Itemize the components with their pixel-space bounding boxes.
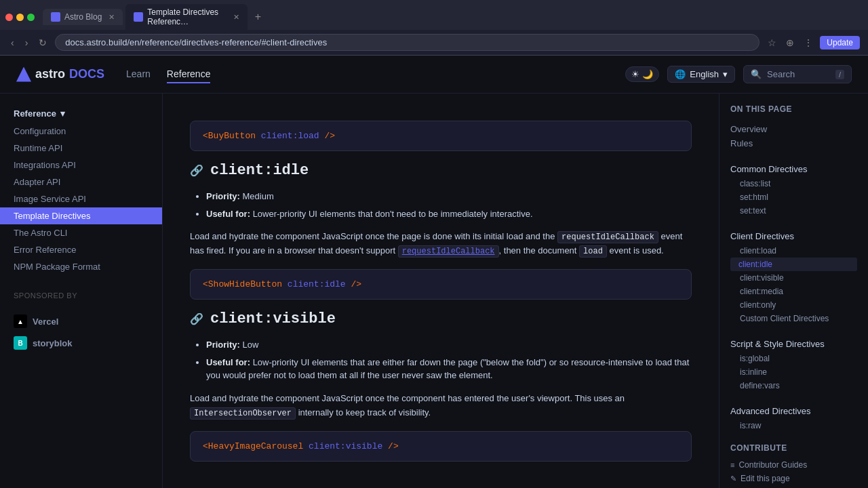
storyblok-icon: B	[14, 336, 27, 350]
contribute-section: Contribute ≡ Contributor Guides ✎ Edit t…	[730, 443, 857, 488]
logo-icon	[16, 67, 31, 82]
contribute-title: Contribute	[730, 443, 857, 453]
toc-is-global[interactable]: is:global	[730, 352, 857, 365]
toc-client-load[interactable]: client:load	[730, 244, 857, 258]
sidebar-item-template-directives[interactable]: Template Directives	[0, 207, 162, 224]
sidebar-section-header[interactable]: Reference ▾	[0, 104, 162, 123]
toc-set-text[interactable]: set:text	[730, 204, 857, 218]
sidebar-item-error-reference[interactable]: Error Reference	[0, 241, 162, 258]
toc-section-client: Client Directives client:load client:idl…	[730, 228, 857, 325]
toc-client-only[interactable]: client:only	[730, 298, 857, 312]
menu-icon[interactable]: ⋮	[801, 36, 816, 49]
translate-page-link[interactable]: ✎ Translate this page	[730, 485, 857, 488]
toc-class-list[interactable]: class:list	[730, 177, 857, 190]
back-button[interactable]: ‹	[8, 36, 17, 49]
list-icon: ≡	[730, 461, 734, 469]
toc-advanced-title[interactable]: Advanced Directives	[730, 403, 857, 419]
tab-close-active-icon[interactable]: ✕	[233, 13, 239, 22]
toc-common-directives-title[interactable]: Common Directives	[730, 161, 857, 177]
traffic-lights	[5, 14, 35, 21]
address-bar: ‹ › ↻ docs.astro.build/en/reference/dire…	[0, 30, 868, 55]
section-client-idle: 🔗 client:idle	[190, 162, 692, 179]
sidebar-item-image-service-api[interactable]: Image Service API	[0, 190, 162, 207]
sidebar-item-integrations-api[interactable]: Integrations API	[0, 157, 162, 174]
toc-item-rules[interactable]: Rules	[730, 136, 857, 150]
sponsored-by-label: SPONSORED BY	[0, 281, 162, 310]
nav-learn[interactable]: Learn	[126, 66, 151, 83]
toc-script-style-title[interactable]: Script & Style Directives	[730, 336, 857, 352]
edit-page-link[interactable]: ✎ Edit this page	[730, 472, 857, 485]
tab-label-active: Template Directives Referenc…	[147, 7, 226, 26]
heading-client-idle: client:idle	[210, 162, 309, 179]
edit-page-label: Edit this page	[741, 474, 790, 483]
tab-favicon-active	[134, 12, 143, 22]
new-tab-button[interactable]: +	[250, 9, 265, 24]
toc-client-idle[interactable]: client:idle	[730, 258, 857, 271]
tab-bar: Astro Blog ✕ Template Directives Referen…	[0, 0, 868, 30]
code-block-heavy-carousel: <HeavyImageCarousel client:visible />	[190, 431, 692, 462]
nav-reference[interactable]: Reference	[167, 66, 211, 83]
sidebar-item-runtime-api[interactable]: Runtime API	[0, 140, 162, 157]
sponsor-storyblok[interactable]: B storyblok	[0, 332, 162, 354]
toc-client-media[interactable]: client:media	[730, 285, 857, 298]
inline-code-intersection-observer: IntersectionObserver	[190, 407, 296, 420]
text-client-visible: Load and hydrate the component JavaScrip…	[190, 392, 692, 420]
url-bar[interactable]: docs.astro.build/en/reference/directives…	[55, 34, 760, 51]
list-item-priority-visible: Priority: Low	[206, 338, 692, 352]
inline-code-request-idle: requestIdleCallback	[557, 231, 658, 243]
left-sidebar: Reference ▾ Configuration Runtime API In…	[0, 94, 163, 488]
page-wrapper: astro DOCS Learn Reference ☀ 🌙 🌐 English…	[0, 56, 868, 488]
toc-item-overview[interactable]: Overview	[730, 122, 857, 136]
url-text: docs.astro.build/en/reference/directives…	[65, 37, 327, 47]
update-button[interactable]: Update	[820, 36, 860, 49]
header-right: ☀ 🌙 🌐 English ▾ 🔍 Search /	[625, 65, 852, 83]
inline-code-link-request-idle[interactable]: requestIdleCallback	[398, 245, 499, 258]
right-sidebar: On this page Overview Rules Common Direc…	[719, 94, 868, 488]
toc-define-vars[interactable]: define:vars	[730, 379, 857, 392]
bookmark-icon[interactable]: ☆	[765, 36, 779, 49]
tab-close-icon[interactable]: ✕	[108, 13, 115, 22]
toc-is-inline[interactable]: is:inline	[730, 365, 857, 379]
logo-astro: astro	[35, 67, 65, 81]
sidebar-item-astro-cli[interactable]: The Astro CLI	[0, 224, 162, 241]
extension-icon[interactable]: ⊕	[783, 36, 797, 49]
tab-favicon	[51, 12, 60, 22]
sidebar-item-adapter-api[interactable]: Adapter API	[0, 174, 162, 190]
anchor-icon-visible[interactable]: 🔗	[190, 312, 203, 325]
logo[interactable]: astro DOCS	[16, 67, 104, 82]
section-client-visible: 🔗 client:visible	[190, 310, 692, 327]
close-traffic-light[interactable]	[5, 14, 13, 21]
code-block-buy-button: <BuyButton client:load />	[190, 121, 692, 151]
toc-set-html[interactable]: set:html	[730, 190, 857, 204]
minimize-traffic-light[interactable]	[16, 14, 24, 21]
toc-custom-client-directives[interactable]: Custom Client Directives	[730, 312, 857, 325]
sidebar-item-npm-package-format[interactable]: NPM Package Format	[0, 258, 162, 275]
tab-template-directives[interactable]: Template Directives Referenc… ✕	[125, 4, 248, 30]
bullet-list-visible: Priority: Low Useful for: Low-priority U…	[190, 338, 692, 382]
vercel-icon: ▲	[14, 314, 27, 328]
sidebar-item-configuration[interactable]: Configuration	[0, 123, 162, 140]
browser-actions: ☆ ⊕ ⋮ Update	[765, 36, 860, 49]
search-shortcut: /	[835, 70, 844, 79]
anchor-icon-idle[interactable]: 🔗	[190, 164, 203, 177]
sponsor-storyblok-label: storyblok	[33, 338, 73, 348]
heading-client-visible: client:visible	[210, 310, 336, 327]
contributor-guides-link[interactable]: ≡ Contributor Guides	[730, 458, 857, 472]
maximize-traffic-light[interactable]	[27, 14, 35, 21]
toc-section-script-style: Script & Style Directives is:global is:i…	[730, 336, 857, 392]
text-client-idle: Load and hydrate the component JavaScrip…	[190, 230, 692, 258]
tab-astro-blog[interactable]: Astro Blog ✕	[43, 9, 123, 25]
refresh-button[interactable]: ↻	[36, 36, 50, 49]
toc-section-advanced: Advanced Directives is:raw	[730, 403, 857, 432]
lang-label: English	[690, 69, 719, 79]
toc-is-raw[interactable]: is:raw	[730, 419, 857, 432]
sponsor-vercel[interactable]: ▲ Vercel	[0, 310, 162, 332]
forward-button[interactable]: ›	[22, 36, 31, 49]
sponsor-vercel-label: Vercel	[33, 317, 58, 327]
list-item-useful-for-visible: Useful for: Low-priority UI elements tha…	[206, 356, 692, 382]
toc-client-directives-title[interactable]: Client Directives	[730, 228, 857, 244]
language-selector[interactable]: 🌐 English ▾	[667, 66, 735, 83]
search-bar[interactable]: 🔍 Search /	[743, 65, 852, 83]
theme-toggle[interactable]: ☀ 🌙	[625, 66, 659, 82]
toc-client-visible[interactable]: client:visible	[730, 271, 857, 285]
